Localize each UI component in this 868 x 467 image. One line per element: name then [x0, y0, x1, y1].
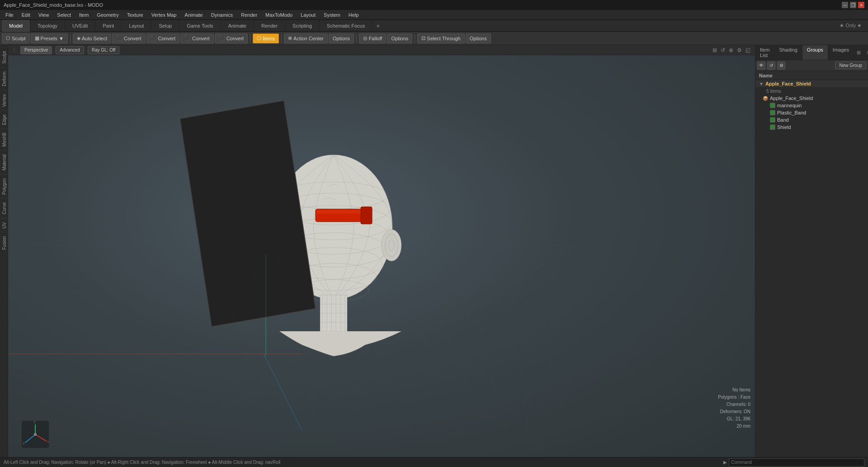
menu-system[interactable]: System	[320, 11, 344, 19]
viewport-icon-4[interactable]: ⚙	[736, 46, 743, 54]
tab-render[interactable]: Render	[254, 20, 285, 32]
convert-3-button[interactable]: ⬛ Convert	[180, 33, 214, 43]
tree-group-root[interactable]: ▼ Apple_Face_Shield	[755, 80, 868, 88]
presets-button[interactable]: ▦ Presets ▼	[31, 33, 68, 43]
minimize-button[interactable]: ─	[842, 2, 848, 8]
gl-label: GL: 21, 396	[718, 415, 750, 423]
separator-4	[356, 34, 357, 43]
tab-add-button[interactable]: +	[373, 20, 383, 32]
rp-vis-button[interactable]: 👁	[757, 62, 765, 70]
tab-setup[interactable]: Setup	[151, 20, 179, 32]
tab-game-tools[interactable]: Game Tools	[179, 20, 221, 32]
left-tab-fusion[interactable]: Fusion	[0, 232, 8, 253]
tree-item-label-4: Shield	[777, 124, 791, 130]
sculpt-button[interactable]: ⬡ Sculpt	[2, 33, 30, 43]
tab-model[interactable]: Model	[2, 20, 30, 32]
tab-animate[interactable]: Animate	[221, 20, 254, 32]
svg-marker-52	[180, 100, 316, 327]
auto-select-button[interactable]: ◈ Auto Select	[73, 33, 111, 43]
size-label: 20 mm	[718, 423, 750, 430]
tree-item-apple-face-shield[interactable]: 📦 Apple_Face_Shield	[755, 95, 868, 102]
options-3-button[interactable]: Options	[466, 33, 491, 43]
separator-5	[415, 34, 415, 43]
left-tab-sculpt[interactable]: Sculpt	[0, 47, 8, 67]
left-tab-edge[interactable]: Edge	[0, 110, 8, 129]
rp-tab-item-list[interactable]: Item List	[755, 45, 774, 60]
menu-edit[interactable]: Edit	[18, 11, 34, 19]
viewport-drag-handle[interactable]: ⋮	[12, 47, 17, 53]
tree-item-mannequin[interactable]: mannequin	[755, 102, 868, 109]
menu-file[interactable]: File	[2, 11, 17, 19]
tab-scripting[interactable]: Scripting	[285, 20, 320, 32]
left-tab-meshb[interactable]: MeshB	[0, 129, 8, 150]
viewport-canvas[interactable]: No Items Polygons : Face Channels: 0 Def…	[8, 55, 755, 457]
tab-schematic[interactable]: Schematic Focus	[320, 20, 373, 32]
menu-view[interactable]: View	[35, 11, 53, 19]
statusbar: Alt-Left Click and Drag: Navigation: Rot…	[0, 457, 868, 467]
tree-item-band[interactable]: Band	[755, 116, 868, 124]
svg-text:Z: Z	[23, 441, 25, 445]
tree-vis-1[interactable]	[770, 103, 775, 108]
left-tab-vertex[interactable]: Vertex	[0, 90, 8, 110]
menu-animate[interactable]: Animate	[181, 11, 206, 19]
tab-uvedit[interactable]: UVEdit	[65, 20, 95, 32]
action-center-button[interactable]: ⊕ Action Center	[284, 33, 328, 43]
convert-4-button[interactable]: ⬛ Convert	[215, 33, 248, 43]
shading-button[interactable]: Advanced	[56, 46, 84, 54]
tree-vis-3[interactable]	[770, 117, 775, 123]
viewport-icon-3[interactable]: ⊕	[728, 46, 734, 54]
left-tab-curve[interactable]: Curve	[0, 198, 8, 218]
command-input[interactable]	[729, 458, 864, 467]
menu-select[interactable]: Select	[53, 11, 75, 19]
rp-tab-groups[interactable]: Groups	[802, 45, 828, 60]
tree-item-label-1: mannequin	[777, 103, 802, 108]
rp-expand-icon[interactable]: ⊞	[854, 48, 863, 57]
new-group-button[interactable]: New Group	[835, 62, 866, 69]
convert-2-button[interactable]: ⬛ Convert	[146, 33, 180, 43]
tree-item-shield[interactable]: Shield	[755, 124, 868, 131]
restore-button[interactable]: ❐	[850, 2, 856, 8]
rp-tab-images[interactable]: Images	[828, 45, 854, 60]
convert-1-button[interactable]: ⬛ Convert	[112, 33, 146, 43]
menu-texture[interactable]: Texture	[123, 11, 147, 19]
tab-layout[interactable]: Layout	[122, 20, 151, 32]
rp-settings-button[interactable]: ⚙	[777, 62, 785, 70]
items-button[interactable]: ⬡ Items	[253, 33, 279, 43]
left-tab-deform[interactable]: Deform	[0, 67, 8, 90]
status-text: Alt-Left Click and Drag: Navigation: Rot…	[4, 460, 280, 465]
viewport-icon-5[interactable]: ◱	[745, 46, 751, 54]
options-1-button[interactable]: Options	[329, 33, 354, 43]
rp-tab-shading[interactable]: Shading	[774, 45, 802, 60]
tree-item-label-3: Band	[777, 117, 789, 123]
tab-paint[interactable]: Paint	[95, 20, 122, 32]
select-through-button[interactable]: ⊡ Select Through	[417, 33, 464, 43]
left-tab-material[interactable]: Material	[0, 150, 8, 174]
left-tab-uv[interactable]: UV	[0, 218, 8, 232]
menu-geometry[interactable]: Geometry	[93, 11, 122, 19]
options-2-button[interactable]: Options	[387, 33, 412, 43]
menu-dynamics[interactable]: Dynamics	[208, 11, 236, 19]
menu-vertex-map[interactable]: Vertex Map	[148, 11, 180, 19]
left-tab-polygon[interactable]: Polygon	[0, 174, 8, 198]
tree-item-plastic-band[interactable]: Plastic_Band	[755, 109, 868, 116]
menu-render[interactable]: Render	[237, 11, 261, 19]
falloff-button[interactable]: ◎ Falloff	[359, 33, 387, 43]
viewport-icon-1[interactable]: ⊞	[712, 46, 718, 54]
tree-vis-4[interactable]	[770, 124, 775, 130]
group-count-label: 5 Items	[766, 89, 781, 94]
viewport-icon-2[interactable]: ↺	[720, 46, 726, 54]
menu-layout[interactable]: Layout	[297, 11, 319, 19]
tree-vis-2[interactable]	[770, 110, 775, 115]
tab-topology[interactable]: Topology	[30, 20, 65, 32]
view-type-button[interactable]: Perspective	[20, 46, 52, 54]
menu-help[interactable]: Help	[345, 11, 363, 19]
tab-star: ★ Only ★	[835, 21, 866, 30]
rp-close-icon[interactable]: ✕	[863, 48, 868, 57]
name-column-header: Name	[759, 73, 773, 78]
ray-button[interactable]: Ray GL: Off	[88, 46, 120, 54]
toolbar: ⬡ Sculpt ▦ Presets ▼ ◈ Auto Select ⬛ Con…	[0, 32, 868, 45]
menu-maxtomodo[interactable]: MaxToModo	[262, 11, 296, 19]
menu-item[interactable]: Item	[75, 11, 92, 19]
close-button[interactable]: ✕	[858, 2, 864, 8]
rp-refresh-button[interactable]: ↺	[767, 62, 775, 70]
